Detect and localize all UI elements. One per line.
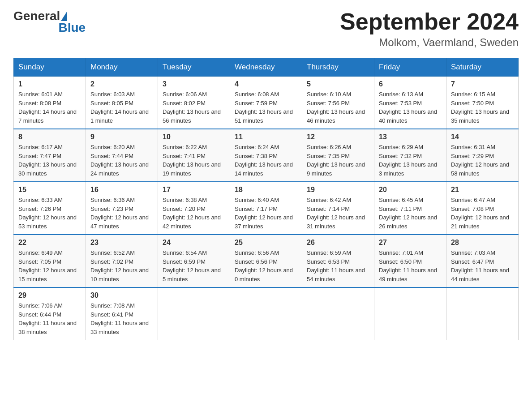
calendar-subtitle: Molkom, Vaermland, Sweden <box>340 36 519 49</box>
day-number: 29 <box>18 291 81 300</box>
day-info: Sunrise: 6:52 AM Sunset: 7:02 PM Dayligh… <box>90 248 153 283</box>
sunrise-label: Sunrise: 6:56 AM <box>235 249 279 256</box>
table-row: 5 Sunrise: 6:10 AM Sunset: 7:56 PM Dayli… <box>302 77 374 129</box>
sunrise-label: Sunrise: 6:36 AM <box>90 197 135 203</box>
table-row: 18 Sunrise: 6:40 AM Sunset: 7:17 PM Dayl… <box>230 182 302 235</box>
table-row: 14 Sunrise: 6:31 AM Sunset: 7:29 PM Dayl… <box>446 129 519 182</box>
day-info: Sunrise: 6:31 AM Sunset: 7:29 PM Dayligh… <box>451 143 514 178</box>
sunrise-label: Sunrise: 6:10 AM <box>307 91 351 98</box>
day-number: 17 <box>163 186 225 194</box>
header-sunday: Sunday <box>14 58 86 77</box>
table-row: 19 Sunrise: 6:42 AM Sunset: 7:14 PM Dayl… <box>302 182 374 235</box>
sunset-label: Sunset: 7:17 PM <box>235 206 278 212</box>
sunrise-label: Sunrise: 6:38 AM <box>163 197 207 203</box>
day-number: 23 <box>90 239 153 247</box>
sunset-label: Sunset: 7:02 PM <box>90 258 133 265</box>
table-row <box>374 287 446 340</box>
sunset-label: Sunset: 7:59 PM <box>235 100 278 107</box>
day-info: Sunrise: 6:24 AM Sunset: 7:38 PM Dayligh… <box>235 143 297 178</box>
table-row <box>230 287 302 340</box>
day-info: Sunrise: 6:20 AM Sunset: 7:44 PM Dayligh… <box>90 143 153 178</box>
daylight-label: Daylight: 13 hours and 51 minutes <box>235 108 293 124</box>
sunset-label: Sunset: 6:59 PM <box>163 258 206 265</box>
table-row: 13 Sunrise: 6:29 AM Sunset: 7:32 PM Dayl… <box>374 129 446 182</box>
day-info: Sunrise: 6:45 AM Sunset: 7:11 PM Dayligh… <box>379 196 442 231</box>
day-number: 4 <box>235 80 297 88</box>
sunset-label: Sunset: 7:14 PM <box>307 206 350 212</box>
header-wednesday: Wednesday <box>230 58 302 77</box>
table-row: 2 Sunrise: 6:03 AM Sunset: 8:05 PM Dayli… <box>86 77 158 129</box>
table-row: 17 Sunrise: 6:38 AM Sunset: 7:20 PM Dayl… <box>158 182 230 235</box>
day-number: 22 <box>18 239 81 247</box>
sunset-label: Sunset: 7:38 PM <box>235 153 278 159</box>
table-row: 7 Sunrise: 6:15 AM Sunset: 7:50 PM Dayli… <box>446 77 519 129</box>
day-info: Sunrise: 6:29 AM Sunset: 7:32 PM Dayligh… <box>379 143 442 178</box>
sunrise-label: Sunrise: 6:42 AM <box>307 197 351 203</box>
header-tuesday: Tuesday <box>158 58 230 77</box>
day-info: Sunrise: 7:03 AM Sunset: 6:47 PM Dayligh… <box>451 248 514 283</box>
table-row: 11 Sunrise: 6:24 AM Sunset: 7:38 PM Dayl… <box>230 129 302 182</box>
day-number: 16 <box>90 186 153 194</box>
page-header: General Genera Blue September 2024 Molko… <box>13 9 519 49</box>
sunset-label: Sunset: 8:08 PM <box>18 100 61 107</box>
sunrise-label: Sunrise: 6:47 AM <box>451 197 495 203</box>
day-number: 28 <box>451 239 514 247</box>
table-row: 15 Sunrise: 6:33 AM Sunset: 7:26 PM Dayl… <box>14 182 86 235</box>
sunrise-label: Sunrise: 6:08 AM <box>235 91 279 98</box>
daylight-label: Daylight: 13 hours and 35 minutes <box>451 108 509 124</box>
day-info: Sunrise: 6:54 AM Sunset: 6:59 PM Dayligh… <box>163 248 225 283</box>
day-number: 8 <box>18 133 81 141</box>
day-info: Sunrise: 6:10 AM Sunset: 7:56 PM Dayligh… <box>307 90 369 125</box>
sunset-label: Sunset: 7:23 PM <box>90 206 133 212</box>
day-info: Sunrise: 6:36 AM Sunset: 7:23 PM Dayligh… <box>90 196 153 231</box>
sunset-label: Sunset: 7:50 PM <box>451 100 494 107</box>
sunrise-label: Sunrise: 7:06 AM <box>18 302 63 309</box>
sunrise-label: Sunrise: 6:01 AM <box>18 91 63 98</box>
sunrise-label: Sunrise: 6:49 AM <box>18 249 63 256</box>
day-number: 5 <box>307 80 369 88</box>
table-row: 29 Sunrise: 7:06 AM Sunset: 6:44 PM Dayl… <box>14 287 86 340</box>
daylight-label: Daylight: 13 hours and 3 minutes <box>379 161 437 177</box>
table-row: 24 Sunrise: 6:54 AM Sunset: 6:59 PM Dayl… <box>158 235 230 287</box>
table-row: 21 Sunrise: 6:47 AM Sunset: 7:08 PM Dayl… <box>446 182 519 235</box>
daylight-label: Daylight: 13 hours and 14 minutes <box>235 161 293 177</box>
daylight-label: Daylight: 12 hours and 58 minutes <box>451 161 509 177</box>
sunrise-label: Sunrise: 6:29 AM <box>379 144 423 150</box>
sunset-label: Sunset: 7:05 PM <box>18 258 61 265</box>
sunset-label: Sunset: 6:50 PM <box>379 258 422 265</box>
header-saturday: Saturday <box>446 58 519 77</box>
daylight-label: Daylight: 12 hours and 0 minutes <box>235 267 293 283</box>
sunrise-label: Sunrise: 7:08 AM <box>90 302 135 309</box>
daylight-label: Daylight: 12 hours and 37 minutes <box>235 214 293 230</box>
sunrise-label: Sunrise: 6:03 AM <box>90 91 135 98</box>
logo-triangle-icon <box>61 11 67 21</box>
day-info: Sunrise: 6:06 AM Sunset: 8:02 PM Dayligh… <box>163 90 225 125</box>
title-section: September 2024 Molkom, Vaermland, Sweden <box>340 9 519 49</box>
daylight-label: Daylight: 12 hours and 53 minutes <box>18 214 77 230</box>
calendar-title: September 2024 <box>340 9 519 34</box>
sunset-label: Sunset: 6:56 PM <box>235 258 278 265</box>
table-row <box>158 287 230 340</box>
logo-blue-text: Blue <box>59 21 86 35</box>
sunset-label: Sunset: 7:35 PM <box>307 153 350 159</box>
day-number: 20 <box>379 186 442 194</box>
sunrise-label: Sunrise: 6:24 AM <box>235 144 279 150</box>
day-number: 1 <box>18 80 81 88</box>
day-number: 14 <box>451 133 514 141</box>
day-info: Sunrise: 6:49 AM Sunset: 7:05 PM Dayligh… <box>18 248 81 283</box>
daylight-label: Daylight: 13 hours and 56 minutes <box>163 108 221 124</box>
daylight-label: Daylight: 12 hours and 10 minutes <box>90 267 149 283</box>
daylight-label: Daylight: 13 hours and 24 minutes <box>90 161 149 177</box>
table-row: 27 Sunrise: 7:01 AM Sunset: 6:50 PM Dayl… <box>374 235 446 287</box>
day-number: 13 <box>379 133 442 141</box>
daylight-label: Daylight: 11 hours and 44 minutes <box>451 267 509 283</box>
daylight-label: Daylight: 11 hours and 49 minutes <box>379 267 437 283</box>
header-thursday: Thursday <box>302 58 374 77</box>
sunset-label: Sunset: 7:32 PM <box>379 153 422 159</box>
day-info: Sunrise: 6:59 AM Sunset: 6:53 PM Dayligh… <box>307 248 369 283</box>
table-row: 26 Sunrise: 6:59 AM Sunset: 6:53 PM Dayl… <box>302 235 374 287</box>
day-info: Sunrise: 6:01 AM Sunset: 8:08 PM Dayligh… <box>18 90 81 125</box>
sunrise-label: Sunrise: 6:22 AM <box>163 144 207 150</box>
table-row: 28 Sunrise: 7:03 AM Sunset: 6:47 PM Dayl… <box>446 235 519 287</box>
day-info: Sunrise: 7:01 AM Sunset: 6:50 PM Dayligh… <box>379 248 442 283</box>
